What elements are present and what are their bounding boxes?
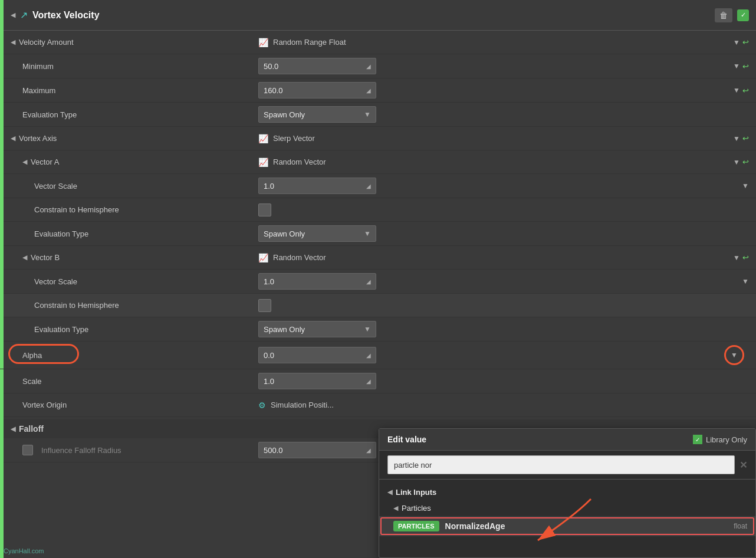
vector-a-eval-row: Evaluation Type Spawn Only ▼ bbox=[0, 222, 756, 246]
result-type: float bbox=[734, 522, 747, 530]
module-title: Vortex Velocity bbox=[32, 10, 100, 21]
falloff-collapse[interactable]: ◀ bbox=[11, 425, 15, 433]
minimum-input[interactable]: 50.0 ◢ bbox=[258, 58, 376, 74]
delete-button[interactable]: 🗑 bbox=[715, 8, 732, 22]
vector-a-scale-input[interactable]: 1.0 ◢ bbox=[258, 178, 376, 194]
alpha-dropdown-circled[interactable]: ▼ bbox=[724, 345, 744, 365]
watermark: CyanHall.com bbox=[4, 547, 44, 554]
vortex-axis-collapse[interactable]: ◀ bbox=[11, 134, 15, 142]
vector-a-eval-arrow: ▼ bbox=[364, 229, 371, 238]
vector-a-collapse[interactable]: ◀ bbox=[22, 158, 27, 166]
minimum-dropdown[interactable]: ▼ bbox=[733, 62, 740, 70]
vector-a-dropdown[interactable]: ▼ bbox=[733, 158, 740, 166]
header-vortex-icon: ↗ bbox=[20, 9, 28, 21]
library-only-row: ✓ Library Only bbox=[693, 435, 747, 444]
eval-type-1-arrow: ▼ bbox=[364, 110, 371, 119]
search-clear-button[interactable]: ✕ bbox=[739, 459, 747, 471]
vector-a-scale-label: Vector Scale bbox=[34, 182, 77, 191]
falloff-radius-label: Influence Falloff Radius bbox=[41, 446, 121, 455]
vector-a-constrain-label: Constrain to Hemisphere bbox=[34, 205, 119, 214]
particles-badge: PARTICLES bbox=[393, 521, 439, 531]
search-result-row[interactable]: PARTICLES NormalizedAge float bbox=[379, 516, 755, 536]
vector-b-scale-input[interactable]: 1.0 ◢ bbox=[258, 273, 376, 290]
vector-a-eval-select[interactable]: Spawn Only ▼ bbox=[258, 225, 376, 242]
velocity-amount-curve-icon: 📈 bbox=[258, 38, 268, 47]
vector-b-eval-arrow: ▼ bbox=[364, 325, 371, 333]
velocity-amount-row: ◀ Velocity Amount 📈 Random Range Float ▼… bbox=[0, 31, 756, 54]
falloff-radius-input[interactable]: 500.0 ◢ bbox=[258, 442, 376, 458]
vector-b-label: Vector B bbox=[31, 253, 60, 262]
vector-b-type: Random Vector bbox=[273, 253, 326, 262]
vector-b-scale-dropdown[interactable]: ▼ bbox=[742, 277, 749, 285]
link-inputs-section: ◀ Link Inputs ◀ Particles PARTICLES Norm… bbox=[379, 480, 755, 541]
minimum-reset[interactable]: ↩ bbox=[742, 62, 749, 71]
velocity-amount-collapse[interactable]: ◀ bbox=[11, 38, 15, 46]
velocity-amount-type: Random Range Float bbox=[273, 38, 346, 47]
vector-b-constrain-checkbox[interactable] bbox=[258, 299, 271, 312]
eval-type-row-1: Evaluation Type Spawn Only ▼ bbox=[0, 103, 756, 127]
velocity-amount-reset[interactable]: ↩ bbox=[742, 38, 749, 47]
module-header: ◀ ↗ Vortex Velocity 🗑 ✓ bbox=[0, 0, 756, 31]
vector-b-dropdown[interactable]: ▼ bbox=[733, 254, 740, 262]
vector-b-eval-label: Evaluation Type bbox=[34, 325, 88, 334]
alpha-resize-icon: ◢ bbox=[366, 352, 371, 359]
vortex-axis-label: Vortex Axis bbox=[19, 134, 57, 143]
edit-value-popup: Edit value ✓ Library Only ✕ ◀ Link Input… bbox=[379, 428, 756, 558]
vector-a-scale-row: Vector Scale 1.0 ◢ ▼ bbox=[0, 174, 756, 198]
scale-input[interactable]: 1.0 ◢ bbox=[258, 373, 376, 389]
header-collapse-arrow[interactable]: ◀ bbox=[11, 11, 15, 19]
vector-a-curve-icon: 📈 bbox=[258, 157, 268, 167]
vector-b-row: ◀ Vector B 📈 Random Vector ▼ ↩ bbox=[0, 246, 756, 270]
link-inputs-label: Link Inputs bbox=[396, 488, 436, 497]
velocity-amount-label: Velocity Amount bbox=[19, 38, 74, 47]
alpha-dropdown-arrow[interactable]: ▼ bbox=[731, 351, 738, 359]
search-input[interactable] bbox=[387, 455, 735, 474]
maximum-dropdown[interactable]: ▼ bbox=[733, 86, 740, 94]
vector-b-scale-icon: ◢ bbox=[366, 278, 371, 285]
velocity-amount-dropdown[interactable]: ▼ bbox=[733, 38, 740, 47]
left-accent-bar bbox=[0, 0, 4, 558]
maximum-row: Maximum 160.0 ◢ ▼ ↩ bbox=[0, 78, 756, 103]
particles-collapse[interactable]: ◀ bbox=[393, 504, 398, 512]
vortex-origin-label: Vortex Origin bbox=[22, 401, 67, 409]
vortex-axis-curve-icon: 📈 bbox=[258, 134, 268, 143]
vector-a-label: Vector A bbox=[31, 157, 59, 166]
library-only-label: Library Only bbox=[706, 435, 747, 444]
search-row: ✕ bbox=[379, 451, 755, 480]
alpha-input[interactable]: 0.0 ◢ bbox=[258, 347, 376, 363]
vortex-axis-reset[interactable]: ↩ bbox=[742, 134, 749, 143]
vector-a-reset[interactable]: ↩ bbox=[742, 157, 749, 166]
vortex-axis-dropdown[interactable]: ▼ bbox=[733, 134, 740, 143]
vector-b-scale-label: Vector Scale bbox=[34, 277, 77, 286]
vector-b-curve-icon: 📈 bbox=[258, 253, 268, 262]
vector-b-eval-select[interactable]: Spawn Only ▼ bbox=[258, 321, 376, 337]
alpha-label: Alpha bbox=[22, 351, 42, 360]
vector-a-constrain-checkbox[interactable] bbox=[258, 203, 271, 216]
vortex-axis-row: ◀ Vortex Axis 📈 Slerp Vector ▼ ↩ bbox=[0, 127, 756, 150]
eval-type-1-select[interactable]: Spawn Only ▼ bbox=[258, 106, 376, 123]
falloff-radius-checkbox[interactable] bbox=[22, 445, 33, 455]
particles-header: ◀ Particles bbox=[379, 500, 755, 516]
edit-popup-header: Edit value ✓ Library Only bbox=[379, 429, 755, 451]
library-only-checkbox[interactable]: ✓ bbox=[693, 435, 702, 444]
vortex-origin-value: Simulation Positi... bbox=[271, 401, 334, 409]
vector-a-scale-dropdown[interactable]: ▼ bbox=[742, 182, 749, 190]
vector-b-scale-row: Vector Scale 1.0 ◢ ▼ bbox=[0, 270, 756, 294]
edit-popup-title: Edit value bbox=[387, 435, 426, 444]
enable-checkbox[interactable]: ✓ bbox=[737, 9, 749, 21]
maximum-reset[interactable]: ↩ bbox=[742, 86, 749, 95]
maximum-input[interactable]: 160.0 ◢ bbox=[258, 82, 376, 99]
vortex-origin-row: Vortex Origin ⚙ Simulation Positi... bbox=[0, 393, 756, 417]
maximum-resize-icon: ◢ bbox=[366, 87, 371, 94]
link-inputs-header: ◀ Link Inputs bbox=[379, 484, 755, 500]
falloff-label: Falloff bbox=[19, 424, 44, 434]
particles-header-label: Particles bbox=[402, 504, 431, 513]
link-inputs-collapse[interactable]: ◀ bbox=[387, 488, 392, 496]
result-name: NormalizedAge bbox=[445, 521, 505, 531]
vector-b-reset[interactable]: ↩ bbox=[742, 253, 749, 262]
minimum-resize-icon: ◢ bbox=[366, 63, 371, 70]
scale-resize-icon: ◢ bbox=[366, 378, 371, 385]
alpha-row: Alpha 0.0 ◢ ▼ bbox=[0, 342, 756, 369]
vector-b-constrain-label: Constrain to Hemisphere bbox=[34, 301, 119, 310]
vector-b-collapse[interactable]: ◀ bbox=[22, 254, 27, 261]
